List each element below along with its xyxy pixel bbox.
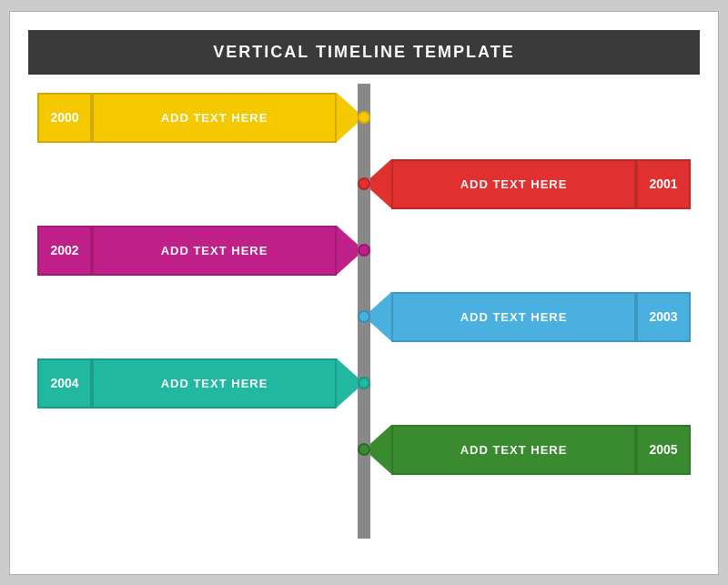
- dot-2002: [358, 244, 370, 257]
- text-box-2003: ADD TEXT HERE: [391, 292, 636, 342]
- dot-2005: [358, 443, 370, 456]
- year-box-2005: 2005: [636, 425, 691, 475]
- year-box-2004: 2004: [37, 358, 92, 408]
- year-box-2002: 2002: [37, 226, 92, 276]
- timeline-container: 2000 ADD TEXT HERE ADD TEXT HERE 2001 20…: [10, 75, 718, 548]
- text-box-2002: ADD TEXT HERE: [92, 226, 337, 276]
- text-box-2005: ADD TEXT HERE: [391, 425, 636, 475]
- page: VERTICAL TIMELINE TEMPLATE 2000 ADD TEXT…: [9, 11, 719, 575]
- title-text: VERTICAL TIMELINE TEMPLATE: [213, 43, 514, 61]
- dot-2000: [358, 111, 370, 124]
- year-box-2001: 2001: [636, 159, 691, 209]
- text-box-2000: ADD TEXT HERE: [92, 93, 337, 143]
- dot-2003: [358, 310, 370, 323]
- year-box-2000: 2000: [37, 93, 92, 143]
- text-box-2004: ADD TEXT HERE: [92, 358, 337, 408]
- text-box-2001: ADD TEXT HERE: [391, 159, 636, 209]
- dot-2004: [358, 377, 370, 389]
- year-box-2003: 2003: [636, 292, 691, 342]
- title-bar: VERTICAL TIMELINE TEMPLATE: [28, 30, 700, 75]
- dot-2001: [358, 177, 370, 190]
